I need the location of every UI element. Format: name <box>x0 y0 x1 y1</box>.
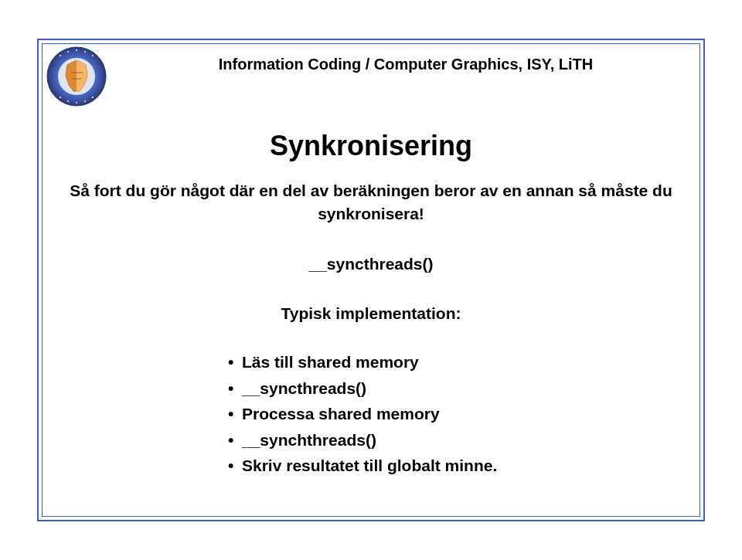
bullet-dot-icon: • <box>228 427 242 453</box>
slide-intro-paragraph: Så fort du gör något där en del av beräk… <box>62 179 680 226</box>
svg-point-9 <box>92 55 94 56</box>
svg-point-14 <box>92 97 94 98</box>
syncthreads-call: __syncthreads() <box>54 255 688 273</box>
bullet-dot-icon: • <box>228 349 242 375</box>
bullet-text: __synchthreads() <box>242 427 376 453</box>
svg-point-13 <box>84 100 86 102</box>
bullet-item: • Läs till shared memory <box>228 349 497 375</box>
bullet-item: • __synchthreads() <box>228 427 497 453</box>
implementation-bullets: • Läs till shared memory • __syncthreads… <box>228 349 497 479</box>
svg-point-12 <box>76 102 77 104</box>
bullet-text: Skriv resultatet till globalt minne. <box>242 453 497 479</box>
svg-point-7 <box>76 49 77 51</box>
svg-point-16 <box>60 97 61 98</box>
slide-header: Information Coding / Computer Graphics, … <box>124 56 688 73</box>
svg-point-15 <box>67 100 69 102</box>
bullet-text: __syncthreads() <box>242 375 366 402</box>
bullet-dot-icon: • <box>228 375 242 402</box>
bullet-dot-icon: • <box>228 401 242 427</box>
bullet-item: • __syncthreads() <box>228 375 497 402</box>
implementation-heading: Typisk implementation: <box>54 304 688 323</box>
bullet-item: • Processa shared memory <box>228 401 497 427</box>
svg-point-10 <box>67 51 69 53</box>
bullet-dot-icon: • <box>228 453 242 479</box>
svg-point-11 <box>60 55 61 56</box>
department-logo <box>46 46 107 107</box>
bullet-text: Processa shared memory <box>242 401 440 427</box>
bullet-text: Läs till shared memory <box>242 349 419 375</box>
svg-point-8 <box>84 51 86 53</box>
bullet-item: • Skriv resultatet till globalt minne. <box>228 453 497 479</box>
slide-title: Synkronisering <box>54 130 688 162</box>
